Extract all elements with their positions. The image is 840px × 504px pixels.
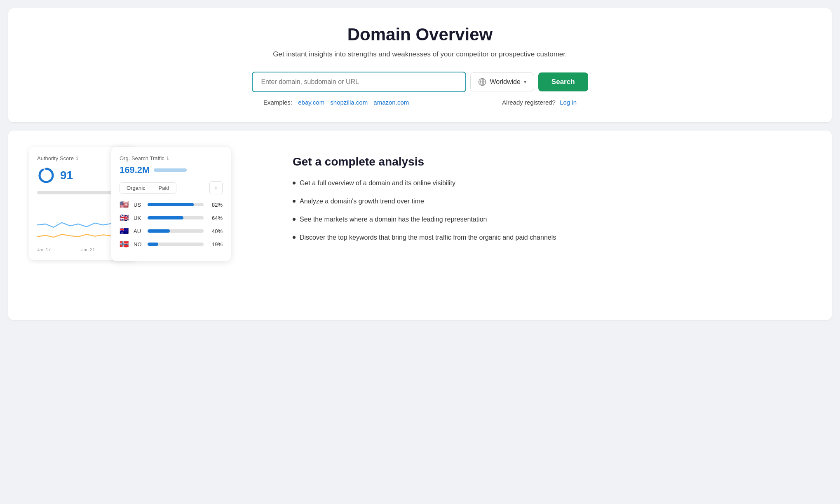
country-pct: 64%: [208, 215, 223, 221]
location-select[interactable]: Worldwide ▾: [470, 72, 534, 91]
chevron-down-icon: ▾: [524, 79, 526, 85]
domain-search-input[interactable]: [252, 72, 466, 92]
search-button[interactable]: Search: [538, 72, 588, 91]
traffic-title-row: Org. Search Traffic ℹ: [120, 155, 223, 161]
tab-group: Organic Paid: [120, 182, 176, 194]
country-bar-fill: [148, 243, 158, 246]
tab-paid[interactable]: Paid: [152, 183, 176, 193]
bullet-item: Discover the top keywords that bring the…: [293, 233, 811, 243]
widget-panel: Authority Score ℹ 91 Jan 17 Jan 21: [29, 147, 268, 303]
traffic-info-icon: ℹ: [167, 156, 169, 161]
country-row: 🇦🇺 AU 40%: [120, 226, 223, 236]
svg-point-5: [40, 169, 53, 182]
bullet-text: Analyze a domain's growth trend over tim…: [300, 196, 424, 206]
examples-left: Examples: ebay.com shopzilla.com amazon.…: [263, 99, 409, 106]
bullet-item: Analyze a domain's growth trend over tim…: [293, 196, 811, 206]
bullet-text: Discover the top keywords that bring the…: [300, 233, 556, 243]
country-row: 🇬🇧 UK 64%: [120, 213, 223, 222]
traffic-value: 169.2M: [120, 165, 150, 175]
traffic-bar: [154, 168, 187, 172]
chart-label-1: Jan 17: [37, 247, 51, 252]
country-bar-fill: [148, 229, 170, 233]
search-row: Worldwide ▾ Search: [33, 72, 807, 92]
bullet-item: See the markets where a domain has the l…: [293, 215, 811, 224]
traffic-label: Org. Search Traffic: [120, 155, 164, 161]
chart-label-2: Jan 21: [81, 247, 95, 252]
country-code: NO: [134, 241, 143, 247]
bullet-list: Get a full overview of a domain and its …: [293, 178, 811, 243]
bullet-text: Get a full overview of a domain and its …: [300, 178, 455, 188]
hero-section: Domain Overview Get instant insights int…: [8, 8, 832, 122]
country-flag: 🇬🇧: [120, 213, 129, 222]
globe-icon: [478, 78, 486, 86]
country-bar-bg: [148, 203, 204, 206]
country-pct: 82%: [208, 202, 223, 208]
country-flag: 🇦🇺: [120, 226, 129, 236]
country-bar-bg: [148, 229, 204, 233]
country-bar-bg: [148, 243, 204, 246]
country-pct: 40%: [208, 228, 223, 234]
traffic-number-row: 169.2M: [120, 165, 223, 175]
hero-subtitle: Get instant insights into strengths and …: [33, 50, 807, 58]
tabs-row: Organic Paid ↑: [120, 181, 223, 194]
bullet-item: Get a full overview of a domain and its …: [293, 178, 811, 188]
registered-label: Already registered?: [502, 99, 556, 106]
export-button[interactable]: ↑: [209, 181, 223, 194]
bottom-section: Authority Score ℹ 91 Jan 17 Jan 21: [8, 131, 832, 320]
example-shopzilla[interactable]: shopzilla.com: [330, 99, 368, 106]
country-bar-bg: [148, 216, 204, 219]
country-row: 🇺🇸 US 82%: [120, 200, 223, 209]
authority-score-value: 91: [60, 169, 73, 182]
bullet-text: See the markets where a domain has the l…: [300, 215, 487, 224]
analysis-panel: Get a complete analysis Get a full overv…: [293, 147, 811, 251]
tab-organic[interactable]: Organic: [120, 183, 152, 193]
country-bar-fill: [148, 203, 194, 206]
country-flag: 🇺🇸: [120, 200, 129, 209]
country-code: US: [134, 202, 143, 208]
page-title: Domain Overview: [33, 25, 807, 44]
examples-right: Already registered? Log in: [502, 99, 577, 106]
analysis-title: Get a complete analysis: [293, 155, 811, 168]
examples-row: Examples: ebay.com shopzilla.com amazon.…: [263, 99, 577, 106]
authority-score-label: Authority Score: [37, 155, 74, 161]
bullet-dot: [293, 200, 296, 203]
example-amazon[interactable]: amazon.com: [373, 99, 409, 106]
country-bar-fill: [148, 216, 183, 219]
country-code: UK: [134, 215, 143, 221]
country-pct: 19%: [208, 241, 223, 247]
country-code: AU: [134, 228, 143, 234]
login-link[interactable]: Log in: [560, 99, 577, 106]
bullet-dot: [293, 236, 296, 239]
example-ebay[interactable]: ebay.com: [298, 99, 324, 106]
bullet-dot: [293, 182, 296, 184]
traffic-card: Org. Search Traffic ℹ 169.2M Organic Pai…: [111, 147, 231, 261]
examples-label: Examples:: [263, 99, 292, 106]
bullet-dot: [293, 218, 296, 221]
country-row: 🇳🇴 NO 19%: [120, 240, 223, 249]
authority-info-icon: ℹ: [76, 156, 78, 161]
donut-chart: [37, 166, 55, 184]
country-list: 🇺🇸 US 82% 🇬🇧 UK 64% 🇦🇺 AU 40% 🇳🇴 NO: [120, 200, 223, 249]
country-flag: 🇳🇴: [120, 240, 129, 249]
location-label: Worldwide: [490, 78, 520, 86]
